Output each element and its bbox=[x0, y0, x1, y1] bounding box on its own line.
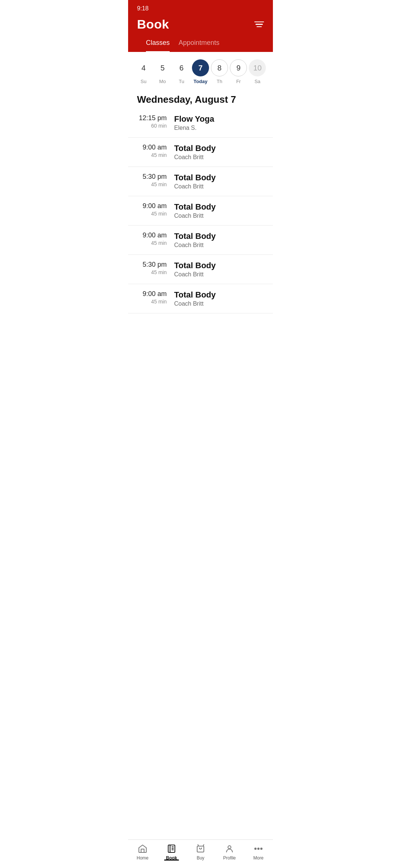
class-list-item[interactable]: 9:00 am 45 min Total Body Coach Britt bbox=[128, 196, 273, 226]
class-duration: 60 min bbox=[137, 123, 167, 129]
header-row: Book bbox=[137, 14, 264, 37]
day-number-4: 4 bbox=[135, 59, 152, 76]
day-number-8: 8 bbox=[211, 59, 228, 76]
day-label-5: Mo bbox=[159, 79, 166, 84]
class-list-item[interactable]: 5:30 pm 45 min Total Body Coach Britt bbox=[128, 255, 273, 284]
class-time-main: 9:00 am bbox=[137, 290, 167, 298]
class-name: Total Body bbox=[174, 202, 264, 212]
class-duration: 45 min bbox=[137, 211, 167, 217]
class-instructor: Coach Britt bbox=[174, 300, 264, 307]
class-name: Total Body bbox=[174, 173, 264, 183]
class-instructor: Coach Britt bbox=[174, 154, 264, 161]
day-number-10: 10 bbox=[249, 59, 266, 76]
class-list-item[interactable]: 9:00 am 45 min Total Body Coach Britt bbox=[128, 284, 273, 313]
class-info: Total Body Coach Britt bbox=[174, 202, 264, 219]
class-info: Flow Yoga Elena S. bbox=[174, 114, 264, 131]
class-instructor: Coach Britt bbox=[174, 242, 264, 249]
class-time: 9:00 am 45 min bbox=[137, 231, 174, 246]
class-time: 9:00 am 45 min bbox=[137, 202, 174, 217]
day-number-5: 5 bbox=[154, 59, 171, 76]
class-instructor: Elena S. bbox=[174, 125, 264, 131]
class-name: Total Body bbox=[174, 231, 264, 241]
class-instructor: Coach Britt bbox=[174, 183, 264, 190]
status-time: 9:18 bbox=[137, 5, 149, 12]
page-title: Book bbox=[137, 17, 169, 32]
class-name: Total Body bbox=[174, 261, 264, 270]
calendar-day-10[interactable]: 10Sa bbox=[249, 59, 266, 84]
class-info: Total Body Coach Britt bbox=[174, 231, 264, 249]
class-name: Total Body bbox=[174, 290, 264, 300]
day-number-6: 6 bbox=[173, 59, 190, 76]
calendar-day-8[interactable]: 8Th bbox=[211, 59, 228, 84]
day-label-8: Th bbox=[217, 79, 222, 84]
class-list: 12:15 pm 60 min Flow Yoga Elena S. 9:00 … bbox=[128, 108, 273, 343]
class-time-main: 12:15 pm bbox=[137, 114, 167, 122]
day-label-10: Sa bbox=[254, 79, 260, 84]
class-duration: 45 min bbox=[137, 152, 167, 158]
class-name: Total Body bbox=[174, 144, 264, 153]
class-duration: 45 min bbox=[137, 240, 167, 246]
class-time-main: 9:00 am bbox=[137, 231, 167, 239]
calendar-day-5[interactable]: 5Mo bbox=[154, 59, 171, 84]
day-label-9: Fr bbox=[236, 79, 241, 84]
class-time-main: 9:00 am bbox=[137, 202, 167, 210]
date-heading: Wednesday, August 7 bbox=[128, 87, 273, 108]
day-label-6: Tu bbox=[179, 79, 184, 84]
status-bar: 9:18 bbox=[137, 0, 264, 14]
day-number-9: 9 bbox=[230, 59, 247, 76]
tab-classes[interactable]: Classes bbox=[146, 39, 170, 52]
class-instructor: Coach Britt bbox=[174, 271, 264, 278]
class-info: Total Body Coach Britt bbox=[174, 144, 264, 161]
calendar-day-4[interactable]: 4Su bbox=[135, 59, 152, 84]
calendar-day-9[interactable]: 9Fr bbox=[230, 59, 247, 84]
class-time: 5:30 pm 45 min bbox=[137, 261, 174, 275]
class-duration: 45 min bbox=[137, 299, 167, 305]
calendar-day-6[interactable]: 6Tu bbox=[173, 59, 190, 84]
class-list-item[interactable]: 9:00 am 45 min Total Body Coach Britt bbox=[128, 226, 273, 255]
class-time: 5:30 pm 45 min bbox=[137, 173, 174, 187]
class-info: Total Body Coach Britt bbox=[174, 261, 264, 278]
calendar-strip: 4Su5Mo6Tu7Today8Th9Fr10Sa bbox=[128, 52, 273, 87]
class-time-main: 5:30 pm bbox=[137, 173, 167, 181]
header: 9:18 Book Classes Appointments bbox=[128, 0, 273, 52]
class-time-main: 5:30 pm bbox=[137, 261, 167, 269]
class-duration: 45 min bbox=[137, 269, 167, 275]
filter-icon[interactable] bbox=[254, 22, 264, 27]
day-label-4: Su bbox=[141, 79, 147, 84]
class-time-main: 9:00 am bbox=[137, 144, 167, 151]
day-number-7: 7 bbox=[192, 59, 209, 76]
class-name: Flow Yoga bbox=[174, 114, 264, 124]
class-list-item[interactable]: 12:15 pm 60 min Flow Yoga Elena S. bbox=[128, 108, 273, 138]
class-info: Total Body Coach Britt bbox=[174, 290, 264, 307]
class-info: Total Body Coach Britt bbox=[174, 173, 264, 190]
class-instructor: Coach Britt bbox=[174, 213, 264, 219]
class-time: 12:15 pm 60 min bbox=[137, 114, 174, 129]
tab-bar: Classes Appointments bbox=[137, 37, 264, 52]
day-label-7: Today bbox=[193, 79, 207, 84]
class-time: 9:00 am 45 min bbox=[137, 144, 174, 158]
calendar-day-7[interactable]: 7Today bbox=[192, 59, 209, 84]
class-time: 9:00 am 45 min bbox=[137, 290, 174, 305]
class-list-item[interactable]: 9:00 am 45 min Total Body Coach Britt bbox=[128, 138, 273, 167]
class-list-item[interactable]: 5:30 pm 45 min Total Body Coach Britt bbox=[128, 167, 273, 196]
class-duration: 45 min bbox=[137, 181, 167, 187]
tab-appointments[interactable]: Appointments bbox=[179, 39, 219, 52]
